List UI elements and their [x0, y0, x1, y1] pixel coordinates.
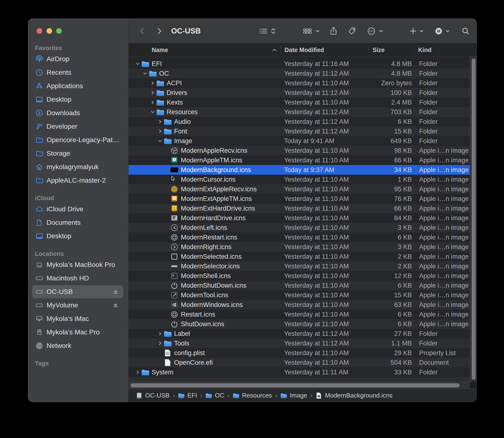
disclosure-down-icon[interactable]	[143, 71, 147, 76]
sidebar-item-mykola-s-mac-pro[interactable]: Mykola’s Mac Pro	[32, 326, 123, 339]
column-header-date[interactable]: Date Modified	[285, 44, 324, 56]
vertical-scrollbar-track[interactable]	[470, 56, 477, 382]
path-item-image[interactable]: Image	[280, 392, 307, 399]
group-icon[interactable]	[303, 19, 312, 43]
file-row-modernharddrive-icns[interactable]: ModernHardDrive.icnsYesterday at 11:10 A…	[128, 213, 470, 223]
sidebar-item-recents[interactable]: Recents	[32, 66, 123, 79]
back-button[interactable]	[138, 19, 146, 43]
file-row-modernselected-icns[interactable]: ModernSelected.icnsYesterday at 11:10 AM…	[128, 252, 470, 261]
file-row-resources[interactable]: ResourcesYesterday at 11:12 AM703 KBFold…	[128, 107, 470, 117]
file-row-modernright-icns[interactable]: ModernRight.icnsYesterday at 11:10 AM3 K…	[128, 242, 470, 252]
file-row-modernbackground-icns[interactable]: ModernBackground.icnsToday at 9:37 AM34 …	[128, 165, 470, 175]
file-row-image[interactable]: ImageToday at 9:41 AM649 KBFolder	[128, 136, 470, 146]
file-row-modernshutdown-icns[interactable]: ModernShutDown.icnsYesterday at 11:10 AM…	[128, 281, 470, 290]
disclosure-right-icon[interactable]	[158, 341, 162, 345]
eject-icon[interactable]	[113, 289, 118, 295]
sidebar-item-opencore-legacy-pat-[interactable]: Opencore-Legacy-Pat…	[32, 133, 123, 146]
disclosure-right-icon[interactable]	[136, 370, 140, 374]
close-button[interactable]	[37, 28, 42, 34]
add-icon[interactable]	[409, 19, 417, 43]
add-chevron-icon[interactable]	[419, 19, 424, 43]
sidebar-item-mykola-s-macbook-pro[interactable]: Mykola’s MacBook Pro	[32, 258, 123, 271]
zoom-button[interactable]	[56, 28, 62, 34]
file-row-moderntool-icns[interactable]: ModernTool.icnsYesterday at 11:10 AM15 K…	[128, 290, 470, 300]
file-row-tools[interactable]: ToolsYesterday at 11:12 AM1.1 MBFolder	[128, 339, 470, 348]
column-header-kind[interactable]: Kind	[418, 44, 432, 56]
file-row-modernwindows-icns[interactable]: ModernWindows.icnsYesterday at 11:10 AM6…	[128, 300, 470, 310]
more-icon[interactable]	[367, 19, 376, 43]
file-row-opencore-efi[interactable]: OpenCore.efiYesterday at 11:10 AM504 KBD…	[128, 358, 470, 367]
group-chevron-icon[interactable]	[315, 19, 320, 43]
disclosure-down-icon[interactable]	[158, 139, 162, 143]
sidebar-item-downloads[interactable]: Downloads	[32, 107, 123, 120]
file-row-audio[interactable]: AudioYesterday at 11:12 AM6 KBFolder	[128, 117, 470, 126]
sidebar-item-myvolume[interactable]: MyVolume	[32, 299, 123, 312]
sidebar-item-airdrop[interactable]: AirDrop	[32, 53, 123, 66]
sidebar-item-desktop[interactable]: Desktop	[32, 230, 123, 243]
disclosure-down-icon[interactable]	[136, 62, 140, 66]
disclosure-right-icon[interactable]	[150, 81, 155, 85]
path-item-oc[interactable]: OC	[206, 392, 224, 399]
file-row-modernapplerecv-icns[interactable]: ModernAppleRecv.icnsYesterday at 11:10 A…	[128, 146, 470, 155]
disclosure-down-icon[interactable]	[150, 110, 155, 114]
sidebar-item-mykolagrymalyuk[interactable]: mykolagrymalyuk	[32, 160, 123, 174]
file-row-modernleft-icns[interactable]: ModernLeft.icnsYesterday at 11:10 AM3 KB…	[128, 223, 470, 232]
sidebar-item-network[interactable]: Network	[32, 339, 123, 352]
file-row-modernselector-icns[interactable]: ModernSelector.icnsYesterday at 11:10 AM…	[128, 261, 470, 271]
disclosure-right-icon[interactable]	[158, 331, 162, 336]
sidebar-item-documents[interactable]: Documents	[32, 216, 123, 229]
file-row-modernrestart-icns[interactable]: ModernRestart.icnsYesterday at 11:10 AM6…	[128, 232, 470, 242]
horizontal-scrollbar-thumb[interactable]	[130, 383, 460, 387]
sidebar-item-macintosh-hd[interactable]: Macintosh HD	[32, 272, 123, 285]
account-avatar[interactable]: M	[435, 19, 443, 43]
minimize-button[interactable]	[46, 28, 52, 34]
view-list-icon[interactable]	[259, 19, 268, 43]
disclosure-right-icon[interactable]	[158, 129, 162, 133]
file-row-modernextharddrive-icns[interactable]: ModernExtHardDrive.icnsYesterday at 11:1…	[128, 204, 470, 213]
file-row-efi[interactable]: EFIYesterday at 11:16 AM4.8 MBFolder	[128, 59, 470, 69]
file-row-modernextappletm-icns[interactable]: ModernExtAppleTM.icnsYesterday at 11:10 …	[128, 194, 470, 204]
file-row-drivers[interactable]: DriversYesterday at 11:12 AM100 KBFolder	[128, 88, 470, 98]
path-item-oc-usb[interactable]: OC-USB	[136, 392, 170, 399]
sidebar-item-applications[interactable]: Applications	[32, 79, 123, 93]
column-separator[interactable]	[281, 46, 281, 54]
forward-button[interactable]	[155, 19, 163, 43]
file-row-modernextapplerecv-icns[interactable]: ModernExtAppleRecv.icnsYesterday at 11:1…	[128, 184, 470, 194]
more-chevron-icon[interactable]	[379, 19, 383, 43]
file-row-moderncursor-icns[interactable]: ModernCursor.icnsYesterday at 11:10 AM1 …	[128, 175, 470, 184]
file-row-config-plist[interactable]: config.plistYesterday at 11:10 AM29 KBPr…	[128, 348, 470, 358]
file-row-label[interactable]: LabelYesterday at 11:12 AM27 KBFolder	[128, 329, 470, 339]
search-icon[interactable]	[461, 19, 470, 43]
sidebar-item-icloud-drive[interactable]: iCloud Drive	[32, 203, 123, 216]
eject-icon[interactable]	[113, 302, 118, 308]
path-item-resources[interactable]: Resources	[233, 392, 272, 399]
path-item-efi[interactable]: EFI	[178, 392, 197, 399]
path-item-modernbackground-icns[interactable]: ModernBackground.icns	[315, 392, 392, 399]
column-separator[interactable]	[414, 46, 414, 54]
disclosure-right-icon[interactable]	[158, 120, 162, 124]
sidebar-item-developer[interactable]: Developer	[32, 120, 123, 133]
tag-icon[interactable]	[348, 19, 356, 43]
disclosure-right-icon[interactable]	[150, 91, 155, 95]
file-row-modernappletm-icns[interactable]: ModernAppleTM.icnsYesterday at 11:10 AM6…	[128, 155, 470, 165]
disclosure-right-icon[interactable]	[150, 100, 155, 105]
view-options-chevrons[interactable]	[270, 19, 276, 43]
file-row-restart-icns[interactable]: Restart.icnsYesterday at 11:10 AM6 KBApp…	[128, 310, 470, 319]
file-row-acpi[interactable]: ACPIYesterday at 11:10 AMZero bytesFolde…	[128, 78, 470, 88]
sidebar-item-oc-usb[interactable]: OC-USB	[32, 285, 123, 298]
file-row-font[interactable]: FontYesterday at 11:12 AM15 KBFolder	[128, 126, 470, 136]
file-row-oc[interactable]: OCYesterday at 11:12 AM4.8 MBFolder	[128, 69, 470, 78]
account-chevron-icon[interactable]	[445, 19, 450, 43]
file-row-system[interactable]: SystemYesterday at 11:11 AM33 KBFolder	[128, 367, 470, 377]
file-row-kexts[interactable]: KextsYesterday at 11:10 AM2.4 MBFolder	[128, 98, 470, 107]
share-icon[interactable]	[329, 19, 338, 43]
column-header-name[interactable]: Name	[152, 44, 168, 56]
sidebar-item-applealc-master-2[interactable]: AppleALC-master-2	[32, 174, 123, 187]
column-header-size[interactable]: Size	[373, 44, 385, 56]
file-row-modernshell-icns[interactable]: ModernShell.icnsYesterday at 11:10 AM12 …	[128, 271, 470, 281]
sidebar-item-desktop[interactable]: Desktop	[32, 93, 123, 106]
sidebar-item-storage[interactable]: Storage	[32, 147, 123, 160]
horizontal-scrollbar-track[interactable]	[128, 382, 470, 389]
sidebar-item-mykola-s-imac[interactable]: Mykola’s iMac	[32, 312, 123, 325]
column-separator[interactable]	[369, 46, 369, 54]
